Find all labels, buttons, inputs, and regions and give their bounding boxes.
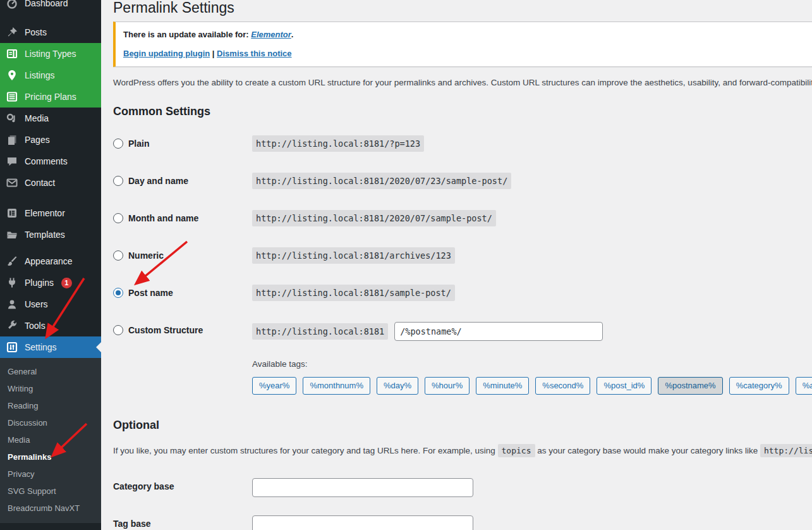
permalink-option-day-name: Day and name http://listing.local:8181/2… bbox=[113, 173, 812, 192]
submenu-item-writing[interactable]: Writing bbox=[0, 380, 101, 397]
post-name-url-example: http://listing.local:8181/sample-post/ bbox=[252, 285, 455, 301]
permalink-options-table: Plain http://listing.local:8181/?p=123 D… bbox=[113, 135, 812, 395]
tag-button-postname[interactable]: %postname% bbox=[658, 377, 722, 395]
wrench-icon bbox=[6, 319, 18, 332]
plug-icon bbox=[6, 276, 18, 289]
tag-button-monthnum[interactable]: %monthnum% bbox=[303, 377, 370, 395]
notice-text: There is an update available for: bbox=[123, 30, 251, 39]
post-name-radio[interactable] bbox=[113, 288, 123, 298]
user-icon bbox=[6, 298, 18, 311]
tag-button-hour[interactable]: %hour% bbox=[425, 377, 470, 395]
tag-button-minute[interactable]: %minute% bbox=[476, 377, 529, 395]
sidebar-item-dashboard[interactable]: Dashboard bbox=[0, 0, 101, 14]
folder-icon bbox=[6, 228, 18, 241]
sidebar-item-label: Plugins bbox=[25, 278, 54, 288]
sidebar-item-plugins[interactable]: Plugins 1 bbox=[0, 272, 101, 293]
tag-button-year[interactable]: %year% bbox=[252, 377, 296, 395]
tag-base-row: Tag base bbox=[113, 515, 812, 530]
sidebar-item-posts[interactable]: Posts bbox=[0, 22, 101, 43]
admin-sidebar: Dashboard Posts Listing Types Listings P… bbox=[0, 0, 101, 530]
month-name-radio[interactable] bbox=[113, 213, 123, 223]
tag-button-day[interactable]: %day% bbox=[377, 377, 418, 395]
category-base-row: Category base bbox=[113, 478, 812, 497]
elementor-update-link[interactable]: Elementor bbox=[251, 30, 291, 39]
sidebar-item-settings[interactable]: Settings bbox=[0, 336, 101, 358]
dismiss-notice-link[interactable]: Dismiss this notice bbox=[217, 49, 291, 58]
sidebar-item-tools[interactable]: Tools bbox=[0, 315, 101, 336]
option-label: Custom Structure bbox=[128, 325, 203, 335]
dashboard-icon bbox=[6, 0, 18, 9]
tag-button-post-id[interactable]: %post_id% bbox=[597, 377, 651, 395]
sidebar-item-contact[interactable]: Contact bbox=[0, 172, 101, 194]
envelope-icon bbox=[6, 176, 18, 189]
sidebar-item-elementor[interactable]: Elementor bbox=[0, 202, 101, 224]
page-title: Permalink Settings bbox=[113, 0, 812, 15]
plain-radio[interactable] bbox=[113, 139, 123, 149]
tag-base-input[interactable] bbox=[252, 515, 473, 530]
notice-separator: | bbox=[212, 49, 215, 58]
sidebar-item-label: Media bbox=[25, 113, 49, 123]
submenu-item-media[interactable]: Media bbox=[0, 431, 101, 448]
option-label: Month and name bbox=[128, 213, 198, 223]
comment-bubble-icon bbox=[6, 155, 18, 168]
numeric-radio-label[interactable]: Numeric bbox=[113, 250, 252, 261]
sidebar-item-users[interactable]: Users bbox=[0, 293, 101, 315]
available-tags-row: %year% %monthnum% %day% %hour% %minute% … bbox=[252, 377, 812, 395]
tag-button-second[interactable]: %second% bbox=[535, 377, 590, 395]
submenu-item-reading[interactable]: Reading bbox=[0, 397, 101, 414]
tag-button-author[interactable]: %author% bbox=[796, 377, 812, 395]
submenu-item-privacy[interactable]: Privacy bbox=[0, 465, 101, 483]
sidebar-item-media[interactable]: Media bbox=[0, 108, 101, 129]
content-area: Permalink Settings There is an update av… bbox=[101, 0, 812, 530]
day-name-radio[interactable] bbox=[113, 176, 123, 186]
optional-text-1: If you like, you may enter custom struct… bbox=[113, 446, 495, 455]
sidebar-item-label: Pricing Plans bbox=[25, 92, 76, 102]
submenu-item-breadcrumb-navxt[interactable]: Breadcrumb NavXT bbox=[0, 500, 101, 517]
numeric-url-example: http://listing.local:8181/archives/123 bbox=[252, 247, 455, 264]
plugins-update-badge: 1 bbox=[61, 278, 72, 288]
month-name-url-example: http://listing.local:8181/2020/07/sample… bbox=[252, 210, 496, 226]
permalink-option-post-name: Post name http://listing.local:8181/samp… bbox=[113, 285, 812, 304]
sidebar-item-label: Pages bbox=[25, 135, 50, 145]
submenu-item-general[interactable]: General bbox=[0, 363, 101, 380]
submenu-item-svg-support[interactable]: SVG Support bbox=[0, 483, 101, 500]
notice-line2: Begin updating plugin | Dismiss this not… bbox=[123, 48, 812, 59]
sidebar-item-label: Tools bbox=[25, 321, 45, 331]
custom-structure-prefix: http://listing.local:8181 bbox=[252, 323, 388, 340]
sidebar-item-label: Listings bbox=[25, 70, 54, 80]
month-name-radio-label[interactable]: Month and name bbox=[113, 213, 252, 223]
option-label: Day and name bbox=[128, 176, 188, 186]
sidebar-item-pages[interactable]: Pages bbox=[0, 129, 101, 151]
sidebar-item-listing-types[interactable]: Listing Types bbox=[0, 43, 101, 65]
plain-radio-label[interactable]: Plain bbox=[113, 139, 252, 149]
sidebar-item-appearance[interactable]: Appearance bbox=[0, 250, 101, 272]
sidebar-item-listings[interactable]: Listings bbox=[0, 65, 101, 86]
custom-structure-radio[interactable] bbox=[113, 325, 123, 335]
optional-text-2: as your category base would make your ca… bbox=[537, 446, 758, 455]
option-label: Plain bbox=[128, 139, 149, 149]
permalink-option-custom-structure: Custom Structure http://listing.local:81… bbox=[113, 322, 812, 341]
submenu-item-discussion[interactable]: Discussion bbox=[0, 414, 101, 431]
sidebar-item-comments[interactable]: Comments bbox=[0, 151, 101, 172]
media-icon bbox=[6, 112, 18, 125]
available-tags-block: Available tags: %year% %monthnum% %day% … bbox=[252, 359, 812, 395]
sidebar-item-label: Settings bbox=[25, 342, 57, 352]
begin-updating-plugin-link[interactable]: Begin updating plugin bbox=[123, 49, 210, 58]
notice-line1: There is an update available for: Elemen… bbox=[123, 29, 812, 40]
numeric-radio[interactable] bbox=[113, 250, 123, 261]
sidebar-item-templates[interactable]: Templates bbox=[0, 224, 101, 245]
category-base-input[interactable] bbox=[252, 478, 473, 497]
custom-structure-radio-label[interactable]: Custom Structure bbox=[113, 325, 252, 335]
notice-period: . bbox=[291, 30, 294, 39]
tag-button-category[interactable]: %category% bbox=[729, 377, 789, 395]
elementor-icon bbox=[6, 207, 18, 219]
custom-structure-input[interactable] bbox=[394, 322, 603, 341]
day-name-radio-label[interactable]: Day and name bbox=[113, 176, 252, 186]
sidebar-item-pricing-plans[interactable]: Pricing Plans bbox=[0, 86, 101, 108]
listing-types-icon bbox=[6, 47, 18, 60]
optional-fields-table: Category base Tag base bbox=[113, 478, 812, 530]
submenu-item-permalinks[interactable]: Permalinks bbox=[0, 448, 101, 465]
post-name-radio-label[interactable]: Post name bbox=[113, 288, 252, 298]
permalink-option-month-name: Month and name http://listing.local:8181… bbox=[113, 210, 812, 229]
permalink-option-plain: Plain http://listing.local:8181/?p=123 bbox=[113, 135, 812, 154]
